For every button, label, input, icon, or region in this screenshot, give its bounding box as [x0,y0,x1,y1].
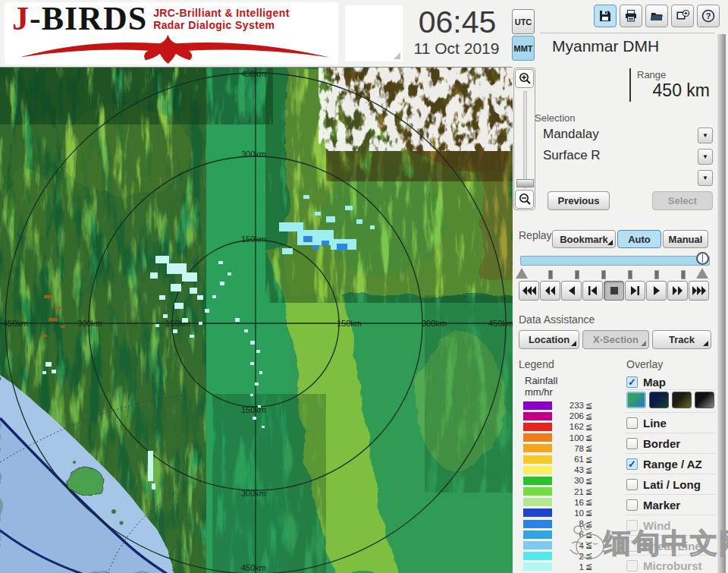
color-swatch [523,562,552,571]
eagle-icon [15,33,334,65]
extra-dropdown-button[interactable]: ▼ [698,170,713,186]
corner-arrow-icon [571,341,576,346]
step-forward-button[interactable] [625,281,645,301]
stop-button[interactable] [604,281,624,301]
mmt-button[interactable]: MMT [512,36,535,61]
map-style-swatch-3[interactable] [672,392,692,408]
overlay-row-lati-long: Lati / Long [625,476,717,493]
site-dropdown-value[interactable]: Mandalay [543,127,599,142]
fast-forward-button[interactable] [667,281,688,301]
print-button[interactable] [620,5,642,27]
color-swatch [523,552,552,560]
divider [625,453,716,454]
map-style-swatch-2[interactable] [649,392,669,408]
legend-entry: 78≦ [523,443,608,454]
add-image-button[interactable] [671,5,694,27]
legend-entry: 233≦ [523,400,608,411]
select-button[interactable]: Select [652,191,713,210]
chevron-down-icon: ▼ [702,132,708,139]
open-folder-button[interactable] [645,5,668,27]
color-swatch [523,508,552,517]
svg-text:300km: 300km [77,319,102,328]
legend-entry: 43≦ [523,464,608,475]
radar-map[interactable]: 450km 300km 150km 150km 300km 450km 450k… [0,67,513,573]
line-checkbox[interactable] [626,417,638,429]
manual-button[interactable]: Manual [663,230,708,248]
slider-start-marker[interactable] [516,268,528,279]
svg-text:150km: 150km [241,405,266,414]
map-style-swatch-1[interactable] [626,392,646,408]
overlay-row-line: Line [625,414,717,431]
skip-forward-button[interactable] [689,281,709,301]
svg-text:450km: 450km [241,69,266,78]
zoom-in-button[interactable] [515,69,534,88]
fast-rewind-icon [522,286,536,295]
replay-slider-track[interactable] [520,256,710,266]
slider-tick [654,270,659,279]
step-forward-icon [631,286,639,295]
help-icon: ? [701,8,716,24]
bookmark-button[interactable]: Bookmark [552,230,616,248]
zoom-slider-track[interactable] [523,91,527,188]
color-swatch [523,498,552,506]
divider [625,494,716,495]
range-value: 450 km [634,80,710,101]
magnifier-minus-icon [518,193,532,206]
divider [625,412,716,413]
previous-button[interactable]: Previous [548,191,610,210]
play-button[interactable] [646,281,667,301]
auto-button[interactable]: Auto [617,230,661,248]
print-icon [623,8,639,24]
border-checkbox[interactable] [626,438,638,449]
svg-text:300km: 300km [422,319,447,328]
slider-tick [548,270,553,279]
replay-slider-thumb[interactable] [696,252,709,265]
save-button[interactable] [594,5,617,27]
marker-checkbox[interactable] [626,499,638,511]
color-swatch [523,477,552,485]
map-zoom-control [513,68,535,210]
product-dropdown-value[interactable]: Surface R [543,148,601,163]
slider-end-marker[interactable] [696,268,708,279]
step-back-icon [588,286,597,295]
legend-entry: 21≦ [523,486,608,497]
corner-arrow-icon [607,240,613,245]
logo-tagline: JRC-Brilliant & Intelligent Radar Dialog… [153,3,290,35]
play-reverse-icon [569,286,575,295]
divider [625,389,716,390]
corner-arrow-icon [703,341,708,346]
color-swatch [523,530,552,539]
play-reverse-button[interactable] [561,281,582,301]
rewind-button[interactable] [540,281,560,301]
overlay-row-map: ✓Map [625,373,717,390]
map-checkbox[interactable]: ✓ [626,376,638,388]
track-button[interactable]: Track [652,330,711,349]
legend-entry: 162≦ [523,421,608,432]
utc-button[interactable]: UTC [512,9,535,34]
zoom-out-button[interactable] [515,190,534,209]
legend-unit: mm/hr [525,386,553,398]
fast-rewind-button[interactable] [519,281,539,301]
divider [540,33,715,33]
chevron-down-icon: ▼ [702,153,708,160]
site-dropdown-button[interactable]: ▼ [698,128,713,143]
help-button[interactable]: ? [697,5,720,27]
legend-entry: 100≦ [523,433,608,443]
product-dropdown-button[interactable]: ▼ [698,149,713,165]
location-button[interactable]: Location [519,330,579,349]
lati-long-checkbox[interactable] [626,479,638,490]
magnifier-plus-icon [518,72,532,86]
clock-date: 11 Oct 2019 [397,39,516,58]
range-az-checkbox[interactable]: ✓ [626,458,638,470]
zoom-slider-thumb[interactable] [516,179,534,187]
svg-text:?: ? [706,11,711,20]
xsection-button[interactable]: X-Section [582,330,649,349]
chevron-down-icon: ▼ [702,175,708,181]
slider-tick [601,270,606,279]
save-icon [598,8,613,24]
step-back-button[interactable] [582,281,603,301]
svg-text:150km: 150km [241,235,266,244]
map-style-swatch-4[interactable] [695,392,714,408]
jbirds-app: 450km 300km 150km 150km 300km 450km 450k… [0,0,728,573]
color-swatch [523,541,552,549]
